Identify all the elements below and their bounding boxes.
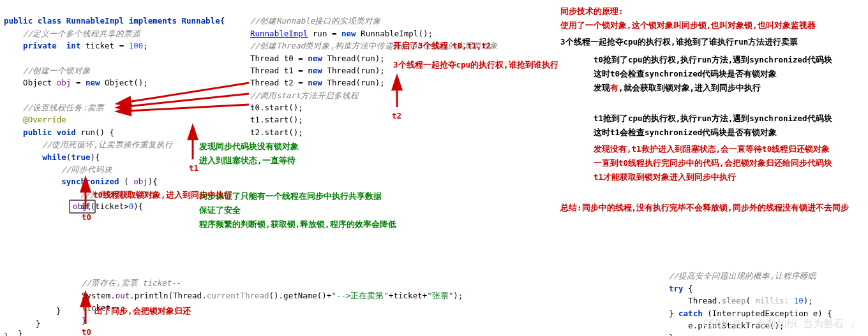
green-5: 程序频繁的判断锁,获取锁,释放锁,程序的效率会降低 — [199, 218, 396, 230]
arrow-up-t0b — [79, 300, 92, 325]
class-decl: public class RunnableImpl implements Run… — [4, 16, 225, 26]
right-h1: 同步技术的原理: — [560, 5, 624, 17]
brace: } — [18, 328, 23, 336]
svg-line-2 — [128, 105, 249, 111]
right-c5: t1才能获取到锁对象进入到同步中执行 — [594, 171, 736, 183]
mid-red-2: 3个线程一起抢夺cpu的执行权,谁抢到谁执行 — [393, 59, 558, 71]
arrow-t2 — [121, 96, 255, 134]
right-b3: 发现有,就会获取到锁对象,进入到同步中执行 — [594, 82, 761, 94]
comment: //创建Runnable接口的实现类对象 — [250, 16, 381, 26]
green-4: 保证了安全 — [199, 204, 241, 216]
red-exit-note: 出了同步,会把锁对象归还 — [94, 305, 191, 317]
comment: //使用死循环,让卖票操作重复执行 — [42, 140, 173, 149]
red-t0-sub: t0 — [82, 211, 91, 223]
mid-red-1: 开启了3个线程 t0,t1,t2 — [393, 40, 491, 52]
watermark: CSDN @『 命数如织 当为磐石 』 — [703, 316, 860, 332]
comment: //票存在,卖票 ticket-- — [82, 278, 181, 288]
annotated-code-screenshot: public class RunnableImpl implements Run… — [0, 0, 868, 336]
t2-label: t2 — [392, 110, 401, 122]
comment: //同步代码块 — [61, 164, 112, 174]
right-sum: 总结:同步中的线程,没有执行完毕不会释放锁,同步外的线程没有锁进不去同步 — [560, 201, 849, 214]
arrow-up-t2 — [391, 83, 403, 108]
arrow-up-t1 — [186, 133, 199, 161]
right-c1: t1抢到了cpu的执行权,执行run方法,遇到synchronized代码块 — [594, 112, 832, 124]
right-h2: 使用了一个锁对象,这个锁对象叫同步锁,也叫对象锁,也叫对象监视器 — [560, 19, 816, 31]
comment: //调用start方法开启多线程 — [250, 91, 359, 100]
right-h3: 3个线程一起抢夺cpu的执行权,谁抢到了谁执行run方法进行卖票 — [560, 36, 798, 48]
arrow-up-t0a — [79, 185, 92, 210]
comment: //创建一个锁对象 — [23, 66, 91, 75]
brace: } — [4, 330, 9, 336]
right-c3: 发现没有,t1救护进入到阻塞状态,会一直等待t0线程归还锁对象 — [594, 143, 830, 155]
red-t0-note: t0线程获取锁对象,进入到同步中执行 — [93, 189, 232, 201]
comment: //设置线程任务:卖票 — [23, 103, 104, 112]
override: @Override — [23, 115, 66, 124]
green-1: 发现同步代码块没有锁对象 — [199, 140, 299, 152]
brace: } — [36, 318, 41, 330]
comment: //定义一个多个线程共享的票源 — [23, 29, 140, 38]
right-c4: 一直到t0线程执行完同步中的代码,会把锁对象归还给同步代码块 — [594, 157, 832, 169]
t1-label: t1 — [189, 162, 198, 174]
brace: } — [56, 305, 61, 317]
right-b1: t0抢到了cpu的执行权,执行run方法,遇到synchronized代码块 — [594, 54, 832, 66]
right-b2: 这时t0会检查synchronized代码块是否有锁对象 — [594, 68, 777, 80]
comment: //提高安全问题出现的概率,让程序睡眠 — [669, 271, 816, 281]
green-2: 进入到阻塞状态,一直等待 — [199, 154, 296, 166]
right-c2: 这时t1会检查synchronized代码块是否有锁对象 — [594, 126, 777, 138]
red-exit-sub: t0 — [82, 326, 91, 336]
